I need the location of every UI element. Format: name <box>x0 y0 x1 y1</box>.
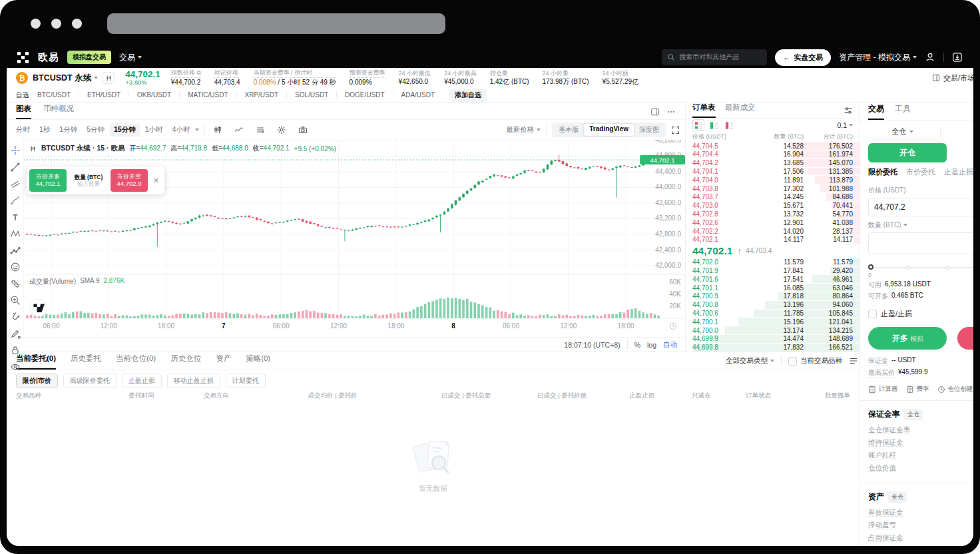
trade-market-link[interactable]: 交易/市场 <box>932 73 973 83</box>
text-icon[interactable]: T <box>10 212 21 222</box>
order-type-tab[interactable]: 止盈止损 <box>944 167 973 177</box>
zoom-in-icon[interactable] <box>10 295 21 306</box>
table-settings-icon[interactable] <box>849 356 858 366</box>
orders-column-header[interactable]: 批量撤单 <box>825 392 850 405</box>
toolbar-eye[interactable] <box>10 362 21 372</box>
bid-row[interactable]: 44,700.013.174134.215 <box>686 326 859 335</box>
watchlist-pair[interactable]: MATIC/USDT <box>179 91 236 99</box>
ask-row[interactable]: 44,703.714.24584.686 <box>686 193 859 202</box>
watchlist-pair[interactable]: ETH/USDT <box>79 91 128 99</box>
candles-icon[interactable] <box>213 125 222 135</box>
orders-tab[interactable]: 历史仓位 <box>170 354 201 370</box>
bid-row[interactable]: 44,699.817.832166.521 <box>686 343 859 352</box>
toolbar-trendline[interactable] <box>10 162 21 172</box>
draw-lock-icon[interactable] <box>10 328 21 339</box>
open-long-button[interactable]: 开多 模拟 <box>868 327 947 350</box>
market-short-button[interactable]: 市价开空44,702.0 <box>111 169 148 192</box>
ask-row[interactable]: 44,702.114.11714.117 <box>686 236 859 244</box>
orders-tab[interactable]: 资产 <box>216 354 231 370</box>
open-short-button[interactable]: 开空 模拟 <box>957 327 973 350</box>
price-input[interactable]: 44,707.2 <box>868 198 973 217</box>
toolbar-forecast[interactable] <box>10 245 21 256</box>
trade-panel-tab[interactable]: 工具 <box>895 103 911 120</box>
trendline-icon[interactable] <box>10 162 21 172</box>
window-minimize-button[interactable] <box>51 19 61 29</box>
crosshair-icon[interactable] <box>10 145 21 156</box>
lock-icon[interactable] <box>10 345 21 356</box>
toolbar-parallel-channel[interactable] <box>10 178 21 189</box>
ask-row[interactable]: 44,704.117.506131.385 <box>686 167 859 176</box>
chevron-down-icon[interactable] <box>195 129 199 131</box>
toolbar-emoji[interactable] <box>10 262 21 272</box>
toolbar-zoom-in[interactable] <box>10 295 21 306</box>
toolbar-ruler[interactable] <box>10 278 21 289</box>
chart-tab[interactable]: 图表 <box>16 104 31 119</box>
timeframe-button[interactable]: 1分钟 <box>55 123 81 137</box>
orderbook-tab[interactable]: 最新成交 <box>725 103 756 118</box>
add-favorite-button[interactable]: 添加自选 <box>449 89 487 102</box>
bid-row[interactable]: 44,702.011.57911.579 <box>686 258 859 266</box>
orders-tab[interactable]: 历史委托 <box>71 354 101 370</box>
toolbar-lock[interactable] <box>10 345 21 356</box>
orders-tab[interactable]: 当前委托(0) <box>16 354 56 370</box>
brush-icon[interactable] <box>10 195 21 206</box>
fullscreen-icon[interactable] <box>671 126 680 135</box>
timeframe-button[interactable]: 分时 <box>12 123 34 137</box>
watchlist-pair[interactable]: ADA/USDT <box>393 91 443 99</box>
search-input[interactable]: 搜索币对和其他产品 <box>662 49 767 65</box>
asset-management-menu[interactable]: 资产管理 - 模拟交易 <box>839 52 917 63</box>
chart-mode-option[interactable]: TradingView <box>584 124 634 136</box>
chart-canvas[interactable]: T 45,200.044,800.044,400.044,000.043,600… <box>7 140 685 337</box>
tick-size-dropdown[interactable]: 0.1 <box>837 121 853 129</box>
orderbook-mode-asks-icon[interactable] <box>723 119 735 131</box>
timeframe-button[interactable]: 15分钟 <box>110 123 140 137</box>
watchlist-pair[interactable]: OKB/USDT <box>128 91 179 99</box>
bid-row[interactable]: 44,701.617.54146.961 <box>686 275 859 284</box>
live-trading-button[interactable]: ←实盘交易 <box>775 49 831 66</box>
auto-scale-toggle[interactable]: 自动 <box>663 340 677 350</box>
orderbook-settings-icon[interactable] <box>844 106 853 115</box>
toolbar-magnet[interactable] <box>10 312 21 322</box>
window-zoom-button[interactable] <box>72 19 82 29</box>
xabcd-pattern-icon[interactable] <box>10 228 21 239</box>
watchlist-label[interactable]: 自选 <box>16 91 29 100</box>
magnet-icon[interactable] <box>10 312 21 322</box>
chart-mode-option[interactable]: 深度图 <box>634 124 664 136</box>
order-type-filter-dropdown[interactable]: 全部交易类型 <box>726 356 774 366</box>
clock-icon[interactable] <box>937 386 945 394</box>
timeframe-button[interactable]: 1秒 <box>35 123 54 137</box>
ask-row[interactable]: 44,702.813.73254.770 <box>686 210 859 218</box>
settings-icon[interactable] <box>277 125 286 135</box>
symbol-selector[interactable]: BTCUSDT 永续 <box>33 73 98 84</box>
eye-icon[interactable] <box>10 362 21 372</box>
more-options-icon[interactable] <box>666 107 676 117</box>
chart-indicators-tool[interactable] <box>234 125 244 135</box>
toolbar-crosshair[interactable] <box>10 145 21 156</box>
tpsl-checkbox[interactable]: 止盈/止损 <box>868 309 973 319</box>
watchlist-pair[interactable]: SOL/USDT <box>286 91 336 99</box>
doc-icon[interactable] <box>906 386 914 394</box>
toolbar-text[interactable]: T <box>10 212 21 222</box>
orderbook-mid[interactable]: 44,702.1 ↑ 44,703.4 <box>686 244 859 258</box>
orders-tab[interactable]: 当前仓位(0) <box>116 354 156 370</box>
watchlist-pair[interactable]: XRP/USDT <box>236 91 287 99</box>
bid-row[interactable]: 44,701.917.84129.420 <box>686 266 859 275</box>
tool-position-builder[interactable]: 仓位创建器 <box>937 385 974 394</box>
orderbook-mode-both-icon[interactable] <box>692 119 704 131</box>
timeframe-button[interactable]: 1小时 <box>141 123 167 137</box>
orderbook-tab[interactable]: 订单表 <box>692 103 716 118</box>
kline-popup-icon[interactable] <box>103 72 115 84</box>
qty-input[interactable]: 输入数量 <box>69 180 108 187</box>
ask-row[interactable]: 44,703.817.302101.988 <box>686 184 859 193</box>
ask-row[interactable]: 44,702.612.90141.038 <box>686 218 859 227</box>
orderbook-mode-bids-icon[interactable] <box>708 119 720 131</box>
address-bar[interactable] <box>107 13 445 34</box>
order-filter-pill[interactable]: 高级限价委托 <box>63 374 117 388</box>
ask-row[interactable]: 44,703.015.67170.441 <box>686 201 859 210</box>
parallel-channel-icon[interactable] <box>10 178 21 189</box>
bid-row[interactable]: 44,699.914.474148.689 <box>686 334 859 343</box>
compare-icon[interactable] <box>256 125 265 135</box>
bid-row[interactable]: 44,700.813.19694.060 <box>686 300 859 309</box>
chart-camera-tool[interactable] <box>298 125 308 135</box>
trade-panel-tab[interactable]: 交易 <box>868 103 884 120</box>
